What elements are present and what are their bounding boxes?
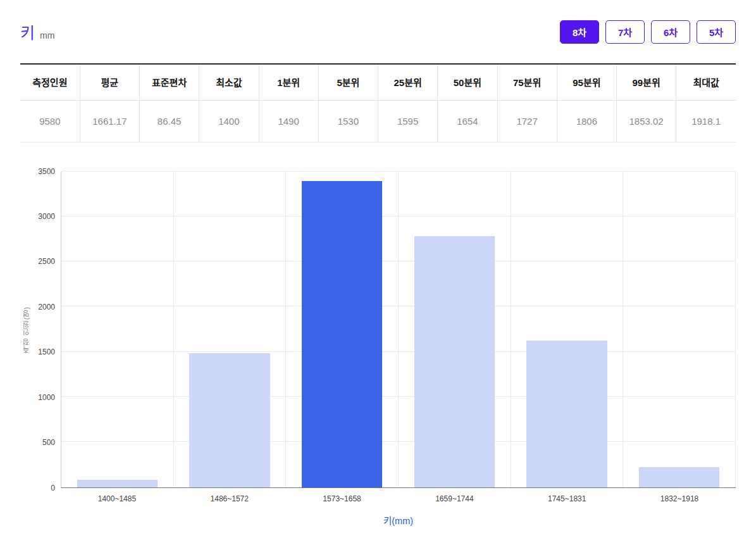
stat-header-cell: 50분위 (438, 64, 497, 100)
stat-header-cell: 최소값 (199, 64, 259, 100)
stat-value-cell: 1595 (378, 100, 438, 142)
stat-value-cell: 1654 (438, 100, 497, 142)
page-unit: mm (40, 30, 54, 41)
plot-area (61, 172, 736, 488)
stats-table-body: 95801661.1786.45140014901530159516541727… (20, 100, 736, 142)
y-tick-label: 1500 (38, 348, 55, 356)
stat-header-cell: 5분위 (318, 64, 378, 100)
bar-cell (511, 172, 624, 487)
y-tick-label: 2000 (38, 303, 55, 311)
bar-cell (174, 172, 287, 487)
y-tick-label: 3500 (38, 167, 55, 176)
round-tab-6차[interactable]: 6차 (651, 20, 690, 44)
x-tick-label: 1400~1485 (61, 494, 173, 503)
stat-header-cell: 1분위 (259, 64, 318, 100)
x-tick-label: 1745~1831 (511, 494, 623, 503)
stat-value-cell: 1853.02 (617, 100, 676, 142)
stat-header-cell: 측정인원 (20, 64, 80, 100)
plot-column: 1400~14851486~15721573~16581659~17441745… (61, 172, 736, 527)
y-axis-ticks: 0500100015002000250030003500 (33, 172, 61, 488)
stats-value-row: 95801661.1786.45140014901530159516541727… (20, 100, 736, 142)
round-tabs: 8차7차6차5차 (560, 20, 736, 44)
stat-header-cell: 25분위 (378, 64, 438, 100)
stat-header-cell: 95분위 (557, 64, 616, 100)
stat-header-cell: 최대값 (676, 64, 736, 100)
bar-1659~1744[interactable] (414, 236, 495, 487)
bar-1400~1485[interactable] (77, 480, 158, 487)
bar-1486~1572[interactable] (189, 353, 270, 487)
bar-1832~1918[interactable] (639, 467, 719, 487)
stats-table: 측정인원평균표준편차최소값1분위5분위25분위50분위75분위95분위99분위최… (20, 63, 736, 142)
stat-value-cell: 86.45 (140, 100, 199, 142)
bar-cell (623, 172, 736, 487)
bar-cell (286, 172, 399, 487)
stat-value-cell: 1490 (259, 100, 318, 142)
title-wrap: 키 mm (20, 20, 54, 43)
x-tick-label: 1573~1658 (286, 494, 399, 503)
bar-cells (61, 172, 736, 487)
stats-table-head: 측정인원평균표준편차최소값1분위5분위25분위50분위75분위95분위99분위최… (20, 64, 736, 100)
stat-value-cell: 1530 (318, 100, 378, 142)
bar-cell (399, 172, 511, 487)
page-title: 키 (20, 20, 35, 43)
x-axis-ticks: 1400~14851486~15721573~16581659~17441745… (61, 494, 736, 503)
bar-1573~1658[interactable] (302, 181, 382, 487)
round-tab-8차[interactable]: 8차 (560, 20, 599, 44)
histogram-chart: 측정 인원(명) 0500100015002000250030003500 14… (20, 172, 736, 527)
y-tick-label: 2500 (38, 257, 55, 266)
y-axis-label-column: 측정 인원(명) (20, 172, 33, 488)
y-tick-label: 1000 (38, 393, 55, 402)
stat-value-cell: 1918.1 (676, 100, 736, 142)
stat-value-cell: 1727 (497, 100, 557, 142)
bar-cell (61, 172, 174, 487)
stat-value-cell: 1400 (199, 100, 259, 142)
stat-header-cell: 99분위 (617, 64, 676, 100)
y-axis-label: 측정 인원(명) (22, 306, 32, 353)
stat-header-cell: 75분위 (497, 64, 557, 100)
x-tick-label: 1659~1744 (398, 494, 511, 503)
x-axis-label: 키(mm) (61, 513, 736, 527)
page: 키 mm 8차7차6차5차 측정인원평균표준편차최소값1분위5분위25분위50분… (0, 0, 756, 533)
stat-value-cell: 9580 (20, 100, 80, 142)
x-tick-label: 1486~1572 (173, 494, 286, 503)
x-tick-label: 1832~1918 (623, 494, 736, 503)
round-tab-7차[interactable]: 7차 (605, 20, 645, 44)
stat-header-cell: 평균 (80, 64, 139, 100)
stat-header-cell: 표준편차 (140, 64, 199, 100)
stats-header-row: 측정인원평균표준편차최소값1분위5분위25분위50분위75분위95분위99분위최… (20, 64, 736, 100)
bar-1745~1831[interactable] (526, 341, 607, 487)
y-tick-label: 3000 (38, 212, 55, 221)
top-bar: 키 mm 8차7차6차5차 (20, 0, 736, 44)
stat-value-cell: 1806 (557, 100, 616, 142)
stat-value-cell: 1661.17 (80, 100, 139, 142)
round-tab-5차[interactable]: 5차 (697, 20, 736, 44)
y-tick-label: 0 (51, 484, 55, 492)
y-tick-label: 500 (42, 438, 55, 447)
